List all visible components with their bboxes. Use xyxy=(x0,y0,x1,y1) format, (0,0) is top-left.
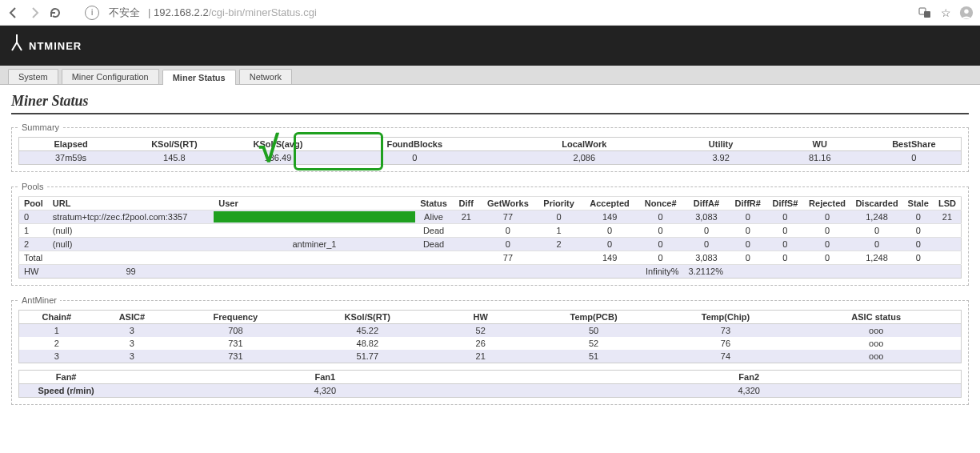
pools-cell: 0 xyxy=(582,224,637,238)
pools-cell: 0 xyxy=(684,224,730,238)
summary-value: 37m59s xyxy=(19,151,123,165)
pools-cell: 0 xyxy=(766,251,804,265)
fan-cell: Speed (r/min) xyxy=(19,384,114,398)
antminer-header: Chain# xyxy=(19,311,94,324)
pools-cell: Alive xyxy=(415,210,453,224)
antminer-cell: 3 xyxy=(19,350,94,363)
pools-cell: 1,248 xyxy=(850,251,902,265)
pools-cell: 0 xyxy=(729,251,766,265)
antminer-cell: 3 xyxy=(94,324,170,338)
pools-cell xyxy=(934,251,962,265)
tab-miner-configuration[interactable]: Miner Configuration xyxy=(62,69,159,84)
info-icon[interactable]: i xyxy=(85,6,99,20)
title-rule xyxy=(11,113,969,114)
pools-row: HW99Infinity%3.2112% xyxy=(19,265,962,279)
tab-bar: SystemMiner ConfigurationMiner StatusNet… xyxy=(0,66,980,85)
pools-cell: 21 xyxy=(452,210,480,224)
pools-row: 0stratum+tcp://zec.f2pool.com:3357Alive2… xyxy=(19,210,962,224)
pools-cell: 3,083 xyxy=(684,210,730,224)
logo-icon xyxy=(8,33,26,59)
star-icon[interactable]: ☆ xyxy=(938,6,953,20)
pools-cell xyxy=(214,224,414,238)
page-title: Miner Status xyxy=(11,93,969,110)
pools-cell xyxy=(214,251,414,265)
antminer-cell: 51 xyxy=(528,350,660,363)
summary-header: LocalWork xyxy=(499,138,669,151)
pools-cell: 0 xyxy=(480,224,536,238)
pools-cell: 3,083 xyxy=(684,251,730,265)
pools-cell: 0 xyxy=(766,210,804,224)
pools-cell: 0 xyxy=(638,224,684,238)
summary-header: WU xyxy=(773,138,867,151)
logo: NTMINER xyxy=(8,33,82,59)
back-icon[interactable] xyxy=(6,6,21,20)
summary-table: ElapsedKSol/S(RT)KSol/S(avg)FoundBlocksL… xyxy=(18,137,962,165)
profile-icon[interactable] xyxy=(959,6,974,20)
pools-cell: Dead xyxy=(415,238,453,251)
tab-system[interactable]: System xyxy=(8,69,58,84)
summary-value: 0 xyxy=(330,151,499,165)
pools-cell xyxy=(934,238,962,251)
antminer-cell: 45.22 xyxy=(302,324,434,338)
pools-cell: 2 xyxy=(536,238,582,251)
pools-cell xyxy=(214,210,414,224)
antminer-table: Chain#ASIC#FrequencyKSol/S(RT)HWTemp(PCB… xyxy=(18,310,962,363)
antminer-cell: 3 xyxy=(94,337,170,350)
pools-cell: 1 xyxy=(536,224,582,238)
pools-header: URL xyxy=(48,197,214,210)
pools-header: Stale xyxy=(903,197,934,210)
pools-cell: 0 xyxy=(729,238,766,251)
pools-cell: 0 xyxy=(536,210,582,224)
summary-value: 0 xyxy=(867,151,962,165)
pools-header: Pool xyxy=(19,197,48,210)
pools-cell: stratum+tcp://zec.f2pool.com:3357 xyxy=(48,210,214,224)
pools-cell: 0 xyxy=(729,224,766,238)
antminer-header: ASIC# xyxy=(94,311,170,324)
pools-header: DiffS# xyxy=(766,197,804,210)
fan-header: Fan2 xyxy=(537,371,961,384)
antminer-header: ASIC status xyxy=(791,311,961,324)
pools-cell: 0 xyxy=(804,238,851,251)
fan-header: Fan# xyxy=(19,371,114,384)
pools-cell: (null) xyxy=(48,224,214,238)
forward-icon[interactable] xyxy=(27,6,42,20)
logo-text: NTMINER xyxy=(29,40,82,52)
pools-cell: 0 xyxy=(766,224,804,238)
svg-point-3 xyxy=(964,9,968,13)
fan-header: Fan1 xyxy=(113,371,537,384)
summary-header: FoundBlocks xyxy=(330,138,499,151)
fan-cell: 4,320 xyxy=(537,384,961,398)
pools-row: 1(null)Dead0100000000 xyxy=(19,224,962,238)
pools-cell xyxy=(452,224,480,238)
user-redacted-bar xyxy=(214,211,414,222)
reload-icon[interactable] xyxy=(48,6,62,20)
antminer-header: HW xyxy=(434,311,528,324)
pools-cell: 0 xyxy=(850,238,902,251)
pools-row: 2(null)antminer_1Dead0200000000 xyxy=(19,238,962,251)
antminer-cell: 1 xyxy=(19,324,94,338)
pools-cell: 77 xyxy=(480,251,536,265)
antminer-header: Temp(Chip) xyxy=(659,311,791,324)
antminer-section: AntMiner Chain#ASIC#FrequencyKSol/S(RT)H… xyxy=(11,295,969,405)
url-path: /cgi-bin/minerStatus.cgi xyxy=(209,6,317,18)
antminer-cell: ooo xyxy=(791,324,961,338)
antminer-cell: 73 xyxy=(659,324,791,338)
summary-header: Utility xyxy=(669,138,773,151)
antminer-cell: 48.82 xyxy=(302,337,434,350)
pools-cell: 0 xyxy=(638,210,684,224)
pools-cell: 0 xyxy=(903,238,934,251)
pools-cell: 0 xyxy=(480,238,536,251)
pools-header: Nonce# xyxy=(638,197,684,210)
summary-value: 3.92 xyxy=(669,151,773,165)
tab-miner-status[interactable]: Miner Status xyxy=(162,70,236,85)
tab-network[interactable]: Network xyxy=(239,69,292,84)
translate-icon[interactable] xyxy=(918,6,932,20)
antminer-cell: 731 xyxy=(170,350,302,363)
pools-cell: 149 xyxy=(582,251,637,265)
antminer-header: KSol/S(RT) xyxy=(302,311,434,324)
address-bar[interactable]: | 192.168.2.2/cgi-bin/minerStatus.cgi xyxy=(148,6,317,18)
antminer-row: 3373151.77215174ooo xyxy=(19,350,962,363)
antminer-header: Temp(PCB) xyxy=(528,311,660,324)
pools-cell: 0 xyxy=(804,210,851,224)
pools-cell: 1,248 xyxy=(850,210,902,224)
